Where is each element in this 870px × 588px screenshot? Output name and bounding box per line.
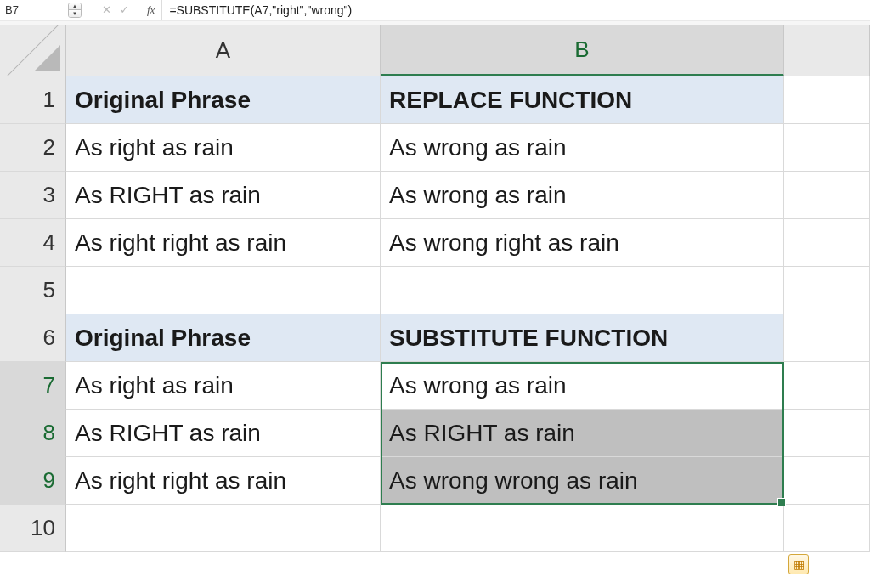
name-box-wrap: ▲ ▼ <box>0 0 93 20</box>
spreadsheet-grid[interactable]: A B 1 Original Phrase REPLACE FUNCTION 2… <box>0 25 870 552</box>
formula-input[interactable] <box>162 0 870 20</box>
cell-c6[interactable] <box>784 314 870 362</box>
cell-a1[interactable]: Original Phrase <box>66 76 381 124</box>
stepper-up-icon[interactable]: ▲ <box>69 3 81 10</box>
cell-c9[interactable] <box>784 457 870 505</box>
cell-a6[interactable]: Original Phrase <box>66 314 381 362</box>
row-header-1[interactable]: 1 <box>0 76 66 124</box>
cell-b4[interactable]: As wrong right as rain <box>381 219 784 267</box>
formula-bar-actions: ✕ ✓ <box>93 0 138 20</box>
cell-a9[interactable]: As right right as rain <box>66 457 381 505</box>
cell-c2[interactable] <box>784 124 870 172</box>
cell-b8[interactable]: As RIGHT as rain <box>381 410 784 457</box>
cell-a7[interactable]: As right as rain <box>66 362 381 410</box>
row-header-8[interactable]: 8 <box>0 410 66 457</box>
name-box[interactable] <box>5 3 65 16</box>
row-header-10[interactable]: 10 <box>0 505 66 552</box>
formula-bar: ▲ ▼ ✕ ✓ fx <box>0 0 870 20</box>
cell-c7[interactable] <box>784 362 870 410</box>
select-all-corner[interactable] <box>0 25 66 76</box>
cell-c10[interactable] <box>784 505 870 552</box>
cell-c4[interactable] <box>784 219 870 267</box>
row-header-7[interactable]: 7 <box>0 362 66 410</box>
fx-label[interactable]: fx <box>138 0 162 20</box>
cell-b7[interactable]: As wrong as rain <box>381 362 784 410</box>
row-header-4[interactable]: 4 <box>0 219 66 267</box>
cell-c5[interactable] <box>784 267 870 314</box>
cell-a8[interactable]: As RIGHT as rain <box>66 410 381 457</box>
cell-c3[interactable] <box>784 172 870 219</box>
cancel-icon[interactable]: ✕ <box>102 4 111 15</box>
cell-a2[interactable]: As right as rain <box>66 124 381 172</box>
cell-b1[interactable]: REPLACE FUNCTION <box>381 76 784 124</box>
cell-b3[interactable]: As wrong as rain <box>381 172 784 219</box>
confirm-icon[interactable]: ✓ <box>120 4 129 15</box>
row-header-5[interactable]: 5 <box>0 267 66 314</box>
col-header-a[interactable]: A <box>66 25 381 76</box>
cell-b9[interactable]: As wrong wrong as rain <box>381 457 784 505</box>
cell-a5[interactable] <box>66 267 381 314</box>
cell-b2[interactable]: As wrong as rain <box>381 124 784 172</box>
name-box-stepper[interactable]: ▲ ▼ <box>68 3 82 18</box>
row-header-3[interactable]: 3 <box>0 172 66 219</box>
row-header-2[interactable]: 2 <box>0 124 66 172</box>
row-header-9[interactable]: 9 <box>0 457 66 505</box>
stepper-down-icon[interactable]: ▼ <box>69 10 81 17</box>
col-header-c[interactable] <box>784 25 870 76</box>
col-header-b[interactable]: B <box>381 25 784 76</box>
cell-c1[interactable] <box>784 76 870 124</box>
cell-b10[interactable] <box>381 505 784 552</box>
cell-b5[interactable] <box>381 267 784 314</box>
cell-a4[interactable]: As right right as rain <box>66 219 381 267</box>
cell-c8[interactable] <box>784 410 870 457</box>
cell-a10[interactable] <box>66 505 381 552</box>
row-header-6[interactable]: 6 <box>0 314 66 362</box>
cell-b6[interactable]: SUBSTITUTE FUNCTION <box>381 314 784 362</box>
autofill-options-icon[interactable]: ▦ <box>788 554 809 574</box>
cell-a3[interactable]: As RIGHT as rain <box>66 172 381 219</box>
sheet-wrap: A B 1 Original Phrase REPLACE FUNCTION 2… <box>0 25 870 552</box>
